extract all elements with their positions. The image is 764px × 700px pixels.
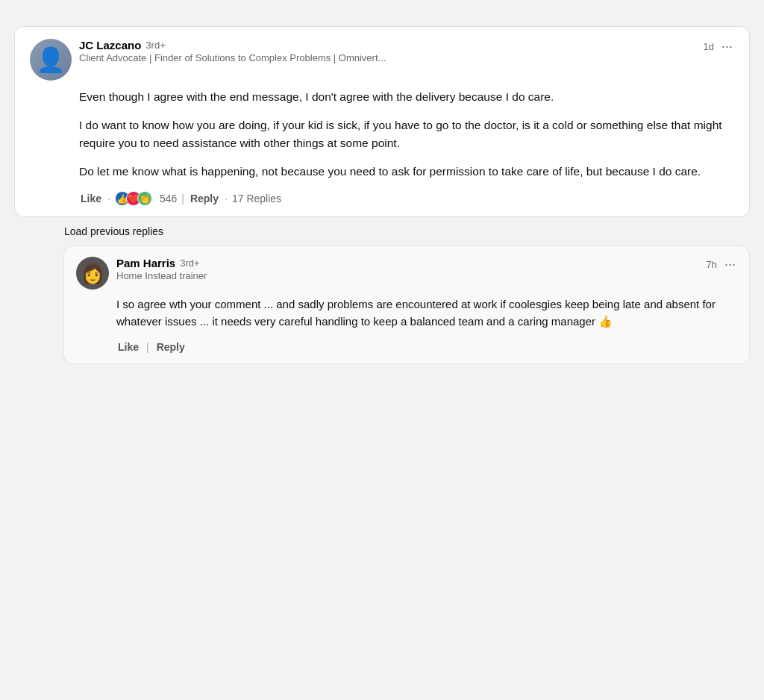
separator-2: |	[181, 193, 184, 204]
reply-timestamp: 7h	[707, 259, 717, 270]
comment-header: JC Lazcano 3rd+ Client Advocate | Finder…	[30, 39, 734, 81]
reply-user-title: Home Instead trainer	[116, 270, 207, 283]
user-title: Client Advocate | Finder of Solutions to…	[79, 52, 386, 65]
reply-section: Pam Harris 3rd+ Home Instead trainer 7h …	[64, 246, 749, 363]
reply-user-name: Pam Harris	[116, 257, 175, 269]
reply-like-button[interactable]: Like	[116, 338, 140, 356]
user-info: JC Lazcano 3rd+ Client Advocate | Finder…	[79, 39, 386, 65]
load-previous-replies[interactable]: Load previous replies	[64, 225, 749, 237]
reply-button[interactable]: Reply	[189, 190, 220, 207]
reply-meta-right: 7h ···	[707, 257, 737, 272]
like-button[interactable]: Like	[79, 190, 103, 207]
timestamp: 1d	[704, 41, 714, 52]
user-name-row: JC Lazcano 3rd+	[79, 39, 386, 51]
comment-header-left: JC Lazcano 3rd+ Client Advocate | Finder…	[30, 39, 386, 81]
reply-header-left: Pam Harris 3rd+ Home Instead trainer	[76, 257, 207, 290]
reply-body: I so agree wth your comment ... and sadl…	[116, 296, 737, 331]
comment-actions: Like · 👍 ❤️ 👏 546 | Reply · 17 Replies	[79, 190, 734, 207]
body-paragraph-1: Even though I agree with the end message…	[79, 88, 734, 106]
reaction-emojis: 👍 ❤️ 👏	[115, 191, 152, 206]
feed-container: JC Lazcano 3rd+ Client Advocate | Finder…	[15, 15, 749, 375]
reply-connection-badge: 3rd+	[180, 257, 199, 269]
user-name: JC Lazcano	[79, 39, 141, 51]
reply-user-name-row: Pam Harris 3rd+	[116, 257, 207, 269]
avatar	[30, 39, 72, 81]
reply-actions: Like | Reply	[116, 338, 737, 356]
reply-more-options-button[interactable]: ···	[723, 257, 737, 272]
comment-body: Even though I agree with the end message…	[79, 88, 734, 181]
connection-badge: 3rd+	[145, 40, 165, 51]
reaction-count: 546	[160, 193, 177, 204]
reply-reply-button[interactable]: Reply	[155, 338, 187, 356]
body-paragraph-3: Do let me know what is happening, not be…	[79, 163, 734, 181]
separator-3: ·	[225, 193, 228, 204]
body-paragraph-2: I do want to know how you are doing, if …	[79, 116, 734, 152]
main-comment-card: JC Lazcano 3rd+ Client Advocate | Finder…	[15, 27, 749, 216]
reply-avatar	[76, 257, 109, 290]
reply-header: Pam Harris 3rd+ Home Instead trainer 7h …	[76, 257, 737, 290]
reply-separator: |	[146, 341, 149, 353]
clap-emoji: 👏	[137, 191, 152, 206]
reply-user-info: Pam Harris 3rd+ Home Instead trainer	[116, 257, 207, 283]
comment-meta-right: 1d ···	[704, 39, 734, 54]
reply-card: Pam Harris 3rd+ Home Instead trainer 7h …	[64, 246, 749, 363]
replies-count: 17 Replies	[232, 193, 281, 204]
separator-1: ·	[107, 193, 110, 204]
more-options-button[interactable]: ···	[720, 39, 734, 54]
